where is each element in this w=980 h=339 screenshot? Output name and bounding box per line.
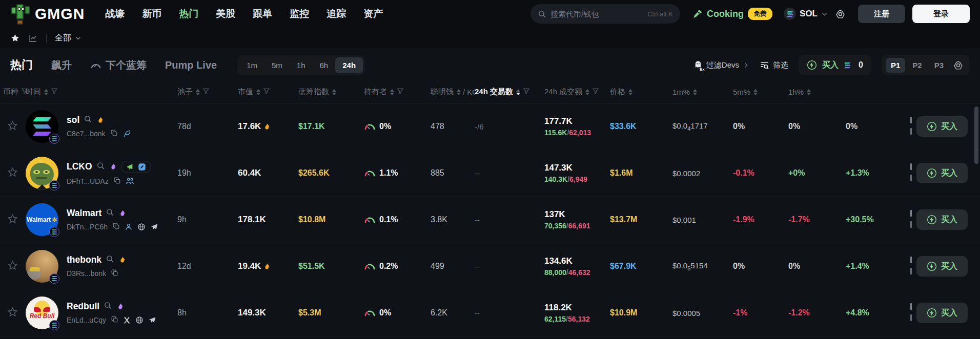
buy-button[interactable]: 买入	[916, 163, 968, 183]
nav-item-trending[interactable]: 热门	[179, 7, 198, 20]
favorites-star-icon[interactable]	[10, 33, 20, 43]
sort-icon[interactable]	[693, 89, 697, 95]
nav-item-assets[interactable]: 资产	[363, 7, 383, 20]
column-header[interactable]: 蓝筹指数	[298, 87, 364, 97]
copy-address-icon[interactable]	[111, 269, 118, 277]
sort-icon[interactable]	[256, 89, 260, 95]
favorite-star-icon[interactable]	[7, 120, 18, 131]
token-search-icon[interactable]	[104, 301, 112, 310]
nav-item-monitor[interactable]: 监控	[290, 7, 309, 20]
nav-item-stocks[interactable]: 美股	[216, 7, 235, 20]
token-search-icon[interactable]	[106, 255, 114, 263]
column-header[interactable]: 1m%	[672, 88, 733, 96]
sort-icon[interactable]	[807, 89, 811, 95]
column-header[interactable]: 币种	[3, 87, 26, 97]
feather-link-icon[interactable]	[122, 130, 131, 138]
column-header[interactable]: 价格	[610, 87, 672, 97]
category-all-dropdown[interactable]: 全部	[55, 33, 81, 44]
copy-address-icon[interactable]	[113, 177, 121, 184]
screener-button[interactable]: 筛选	[760, 60, 788, 70]
person-link-icon[interactable]	[125, 223, 133, 231]
chart-icon[interactable]	[28, 33, 38, 43]
column-header[interactable]: 24h 成交额	[544, 87, 610, 97]
token-search-icon[interactable]	[84, 115, 92, 123]
chain-selector[interactable]: SOL	[784, 8, 828, 20]
sort-icon[interactable]	[628, 89, 632, 95]
copy-address-icon[interactable]	[110, 129, 118, 137]
column-header[interactable]: 24h 交易数	[475, 87, 544, 97]
filter-funnel-icon[interactable]	[523, 88, 530, 95]
sort-icon[interactable]	[332, 89, 336, 95]
sort-icon[interactable]	[44, 89, 48, 95]
filter-devs-button[interactable]: Ex 过滤Devs	[693, 60, 749, 71]
sort-icon[interactable]	[390, 89, 394, 95]
timeframe-1m[interactable]: 1m	[239, 57, 264, 73]
table-row[interactable]: LCKO DFhT...UDAz 19h 60.4K $265.6K 1.1%	[0, 150, 980, 197]
preset-settings-icon[interactable]	[953, 60, 964, 71]
cooking-link[interactable]: Cooking 免费	[692, 8, 772, 20]
column-header[interactable]: 池子	[177, 87, 238, 97]
search-box[interactable]: Ctrl alt K	[530, 4, 680, 24]
favorite-star-icon[interactable]	[7, 307, 18, 317]
column-header[interactable]: 市值	[238, 87, 298, 97]
table-row[interactable]: Walmart✻ Walmart DkTn...PC6h 9h 178.1K $…	[0, 197, 980, 243]
sort-icon[interactable]	[585, 89, 589, 95]
sort-icon[interactable]	[457, 89, 461, 95]
tab-soaring[interactable]: 飙升	[51, 58, 72, 72]
search-input[interactable]	[550, 10, 643, 18]
filter-funnel-icon[interactable]	[202, 88, 210, 95]
nav-item-track[interactable]: 追踪	[326, 7, 346, 20]
timeframe-5m[interactable]: 5m	[264, 57, 290, 73]
column-header[interactable]: 时间	[26, 87, 177, 97]
table-row[interactable]: thebonk D3Rs...bonk 12d 19.4K $51.5K 0.2…	[0, 243, 980, 290]
tab-pump-live[interactable]: Pump Live	[165, 59, 217, 71]
column-header[interactable]: 持有者	[364, 87, 431, 97]
filter-funnel-icon[interactable]	[21, 88, 26, 95]
filter-funnel-icon[interactable]	[592, 88, 599, 95]
telegram-link-icon[interactable]	[148, 316, 156, 324]
globe-link-icon[interactable]	[135, 316, 144, 324]
sort-icon[interactable]	[196, 89, 200, 95]
copy-address-icon[interactable]	[112, 222, 120, 230]
buy-button[interactable]: 买入	[916, 256, 968, 277]
token-search-icon[interactable]	[96, 161, 105, 170]
signup-button[interactable]: 注册	[858, 5, 905, 23]
buy-button[interactable]: 买入	[916, 209, 968, 230]
filter-funnel-icon[interactable]	[51, 88, 58, 95]
filter-funnel-icon[interactable]	[397, 88, 404, 95]
timeframe-6h[interactable]: 6h	[313, 57, 336, 73]
sort-icon[interactable]	[753, 89, 758, 95]
globe-link-icon[interactable]	[137, 223, 146, 231]
column-header[interactable]: 聪明钱 / KOL	[431, 87, 475, 97]
copy-address-icon[interactable]	[111, 315, 118, 323]
tab-trending[interactable]: 热门	[10, 57, 33, 73]
vertical-scrollbar[interactable]	[974, 107, 978, 164]
favorite-star-icon[interactable]	[7, 214, 18, 224]
table-row[interactable]: sol C8e7...bonk 78d 17.6K $17.1K 0% 478 …	[0, 103, 980, 150]
x-link-icon[interactable]	[123, 316, 131, 324]
tab-next-bluechip[interactable]: 下个蓝筹	[90, 58, 147, 72]
nav-item-new[interactable]: 新币	[142, 7, 161, 20]
table-row[interactable]: Red Bull Redbull EnLd...uCqy 8h 149.3K $…	[0, 290, 980, 336]
preset-p1[interactable]: P1	[886, 58, 905, 73]
people-link-icon[interactable]	[126, 177, 134, 185]
settings-gear-icon[interactable]	[835, 9, 846, 19]
nav-item-trenches[interactable]: 战壕	[105, 7, 125, 20]
favorite-star-icon[interactable]	[7, 260, 18, 271]
column-header[interactable]: 5m%	[733, 88, 788, 96]
token-channel-badges[interactable]	[121, 161, 151, 173]
column-header[interactable]: 1h%	[788, 88, 846, 96]
telegram-link-icon[interactable]	[150, 223, 158, 231]
sort-icon[interactable]	[516, 89, 520, 95]
quick-buy-settings[interactable]: 买入 0	[799, 55, 871, 75]
login-button[interactable]: 登录	[912, 5, 970, 23]
token-search-icon[interactable]	[106, 208, 114, 217]
nav-item-copytrade[interactable]: 跟单	[253, 7, 272, 20]
preset-p3[interactable]: P3	[929, 58, 949, 73]
buy-button[interactable]: 买入	[916, 116, 968, 137]
timeframe-24h[interactable]: 24h	[335, 57, 363, 73]
favorite-star-icon[interactable]	[7, 167, 18, 178]
buy-button[interactable]: 买入	[916, 303, 968, 323]
timeframe-1h[interactable]: 1h	[290, 57, 313, 73]
gmgn-logo[interactable]: GMGN	[10, 3, 85, 25]
